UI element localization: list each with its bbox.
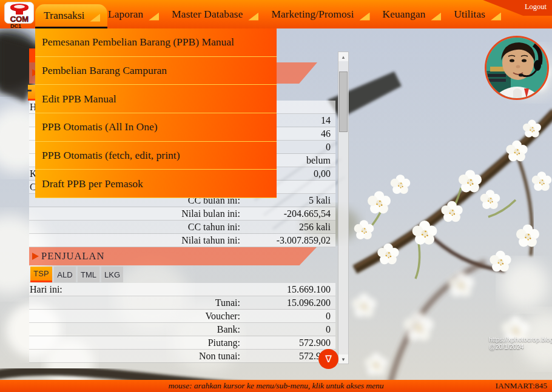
tab-transaksi[interactable]: Transaksi <box>35 4 107 28</box>
row-value: 46 <box>321 127 331 140</box>
table-row: CC tahun ini:256 kali <box>29 221 335 234</box>
scroll-down-icon[interactable]: ▾ <box>338 354 348 364</box>
menu-item-edit-ppb[interactable]: Edit PPB Manual <box>35 85 277 113</box>
menu-item-ppb-otomatis-aio[interactable]: PPB Otomatis (All In One) <box>35 113 277 142</box>
menu-item-pembelian-campuran[interactable]: Pembelian Barang Campuran <box>35 57 277 85</box>
avatar-photo <box>486 38 547 98</box>
row-label: Non tunai: <box>199 350 240 362</box>
table-row: Bank:0 <box>29 323 335 336</box>
row-value: 5 kali <box>309 194 331 207</box>
expand-button[interactable]: ∇ <box>318 349 338 369</box>
row-label: Nilai tahun ini: <box>181 234 240 247</box>
triangle-icon <box>491 13 501 21</box>
menu-item-draft-ppb[interactable]: Draft PPB per Pemasok <box>35 170 277 198</box>
logout-label: Logout <box>525 2 547 12</box>
menu-label: Transaksi <box>44 9 84 22</box>
tab-marketing-promosi[interactable]: Marketing/Promosi <box>271 8 369 21</box>
watermark: https://xphotocrop.blogspo @20/1/2024 <box>489 336 552 350</box>
app-logo: COM <box>4 2 34 24</box>
dash-mark <box>27 90 32 91</box>
watermark-date: @20/1/2024 <box>489 343 552 350</box>
triangle-icon <box>431 13 441 21</box>
row-label: CC tahun ini: <box>188 221 240 233</box>
tab-tsp[interactable]: TSP <box>30 267 52 282</box>
row-value: -3.007.859,02 <box>277 234 331 247</box>
status-store-id: IANMART:845 <box>495 381 547 391</box>
table-row: Tunai:15.096.200 <box>29 296 335 310</box>
row-label: Voucher: <box>206 310 240 322</box>
section-title: PENJUALAN <box>41 250 104 262</box>
scroll-up-icon[interactable]: ▴ <box>338 52 348 61</box>
table-row: Voucher:0 <box>29 310 335 323</box>
row-label: Bank: <box>217 323 240 336</box>
logo-text: COM <box>10 15 29 24</box>
section-banner-penjualan: PENJUALAN <box>29 247 317 265</box>
transaksi-dropdown-menu: Pemesanan Pembelian Barang (PPB) Manual … <box>35 28 277 198</box>
row-label-left: Hari ini: <box>30 283 62 296</box>
penjualan-table: Hari ini:15.669.100 Tunai:15.096.200 Vou… <box>29 283 335 363</box>
logo-subtitle: DC1 <box>10 23 21 29</box>
tab-keuangan[interactable]: Keuangan <box>383 8 442 21</box>
avatar <box>485 36 549 100</box>
table-row: Piutang:572.900 <box>29 336 335 350</box>
row-label: Piutang: <box>208 336 240 349</box>
row-label: Nilai bulan ini: <box>181 207 240 220</box>
table-row: Nilai tahun ini:-3.007.859,02 <box>29 234 335 247</box>
triangle-icon <box>248 13 258 21</box>
table-row: Hari ini:15.669.100 <box>29 283 335 296</box>
row-value: 15.096.200 <box>287 296 331 309</box>
play-icon <box>32 253 39 260</box>
tab-master-database[interactable]: Master Database <box>172 8 258 21</box>
scrollbar[interactable]: ▴ ▾ <box>338 51 349 364</box>
menu-items: Laporan Master Database Marketing/Promos… <box>108 0 501 28</box>
tab-laporan[interactable]: Laporan <box>108 8 159 21</box>
row-label: Tunai: <box>215 296 240 309</box>
row-value: 256 kali <box>299 221 331 233</box>
triangle-icon <box>360 13 370 21</box>
row-value: 0 <box>326 323 331 336</box>
table-row: Non tunai:572.900 <box>29 350 335 363</box>
app-window: H 14 46 0 belum K0,00 C CC bulan ini:5 k… <box>0 0 552 392</box>
tab-utilitas[interactable]: Utilitas <box>454 8 501 21</box>
tab-tml[interactable]: TML <box>78 267 99 282</box>
menu-bar: COM DC1 Transaksi Laporan Master Databas… <box>0 0 552 28</box>
menu-item-ppb-manual[interactable]: Pemesanan Pembelian Barang (PPB) Manual <box>35 28 277 57</box>
triangle-icon <box>149 13 159 21</box>
store-tabs: TSP ALD TML LKG <box>30 267 123 282</box>
tab-lkg[interactable]: LKG <box>101 267 123 282</box>
row-value: 0,00 <box>314 167 331 180</box>
row-value: belum <box>306 154 331 167</box>
row-value: 572.900 <box>299 336 331 349</box>
row-value: 15.669.100 <box>287 283 331 296</box>
table-row: Nilai bulan ini:-204.665,54 <box>29 207 335 221</box>
row-value: 14 <box>321 114 331 127</box>
row-value: 0 <box>326 141 331 153</box>
triangle-icon <box>90 14 100 22</box>
status-bar: mouse: arahkan kursor ke menu/sub-menu, … <box>0 380 552 392</box>
row-value: 0 <box>326 310 331 322</box>
status-hint: mouse: arahkan kursor ke menu/sub-menu, … <box>0 381 552 391</box>
watermark-url: https://xphotocrop.blogspo <box>489 336 552 343</box>
row-value: -204.665,54 <box>284 207 331 220</box>
menu-item-ppb-otomatis-fetch[interactable]: PPB Otomatis (fetch, edit, print) <box>35 142 277 170</box>
tab-ald[interactable]: ALD <box>54 267 76 282</box>
scrollbar-thumb[interactable] <box>339 71 348 132</box>
